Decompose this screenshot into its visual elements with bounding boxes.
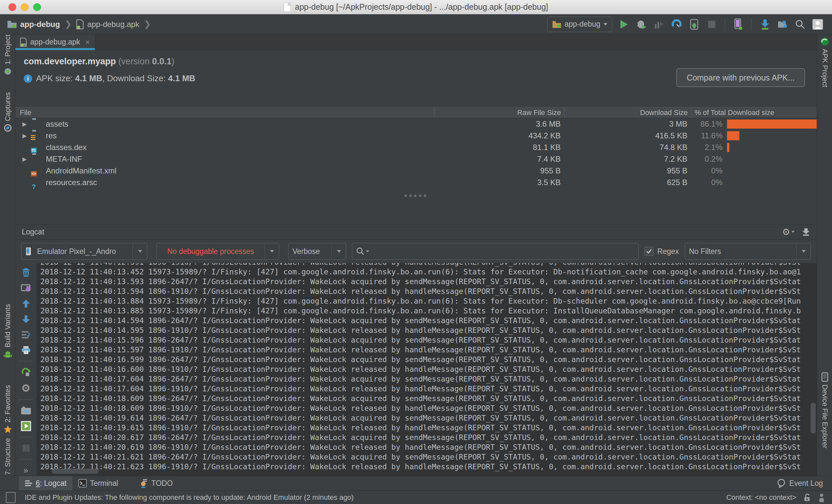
hide-panel-icon[interactable] [802, 228, 810, 236]
event-log-button[interactable]: Event Log [777, 479, 832, 488]
file-name: classes.dex [46, 143, 86, 152]
device-dropdown[interactable]: Emulator Pixel_-_Andro [21, 243, 147, 260]
scroll-to-end-button[interactable] [20, 282, 32, 293]
filters-dropdown[interactable]: No Filters [685, 243, 811, 260]
sidebar-item-favorites[interactable]: 2: Favorites [0, 385, 15, 433]
download-size: 416.5 KB [565, 131, 691, 140]
column-header-percent-total[interactable]: % of Total Download size [691, 108, 817, 118]
process-dropdown[interactable]: No debuggable processes [156, 243, 279, 260]
logcat-settings-button[interactable]: ⚙ [782, 227, 795, 237]
logcat-tab-label: : Logcat [40, 479, 67, 487]
device-file-explorer-button[interactable] [777, 19, 788, 30]
expand-arrow-icon[interactable]: ▶ [22, 156, 30, 163]
logcat-search-input[interactable] [352, 243, 639, 260]
logcat-output[interactable]: 2018-12-12 11:40:12.591 1896-1910/? I/Gn… [37, 263, 817, 476]
close-icon[interactable]: × [85, 38, 90, 47]
print-button[interactable] [20, 345, 32, 356]
toolbar-separator [20, 459, 32, 459]
fullscreen-window-button[interactable] [33, 3, 41, 11]
scroll-up-button[interactable] [20, 298, 32, 309]
sidebar-item-apk-project[interactable]: APK Project [817, 37, 832, 87]
more-actions-chevrons[interactable]: » [20, 465, 32, 476]
log-line: 2018-12-12 11:40:13.884 15973-15989/? I/… [40, 296, 817, 306]
main-toolbar: app-debug [547, 17, 832, 32]
compare-with-previous-apk-button[interactable]: Compare with previous APK... [676, 68, 805, 87]
debug-button[interactable] [636, 19, 647, 30]
regex-toggle[interactable]: Regex [645, 247, 679, 256]
expand-arrow-icon[interactable]: ▶ [22, 121, 30, 128]
log-level-dropdown[interactable]: Verbose [288, 243, 346, 260]
sidebar-item-build-variants[interactable]: Build Variants [0, 304, 15, 359]
soft-wrap-button[interactable] [20, 329, 32, 340]
table-row[interactable]: ▶ <> AndroidManifest.xml 955 B 955 B 0% [15, 165, 817, 177]
version-suffix: ) [172, 56, 175, 66]
clear-logcat-button[interactable] [20, 267, 32, 278]
breadcrumb-file[interactable]: app-debug.apk [87, 20, 139, 29]
sidebar-item-device-file-explorer[interactable]: Device File Explorer [817, 372, 832, 448]
editor-area: app-debug.apk × com.developer.myapp (ver… [15, 34, 817, 476]
avd-manager-button[interactable] [732, 19, 744, 30]
close-window-button[interactable] [8, 3, 16, 11]
apply-changes-device-icon[interactable] [688, 19, 700, 30]
download-size: 955 B [565, 166, 691, 175]
logcat-header-settings-button[interactable]: ⚙ [20, 382, 32, 394]
sidebar-item-captures[interactable]: Captures [0, 92, 15, 132]
expand-arrow-icon[interactable]: ▶ [22, 133, 30, 139]
sdk-manager-button[interactable] [759, 19, 771, 30]
tab-logcat[interactable]: 6: Logcat [19, 476, 73, 491]
chevron-down-icon [138, 250, 142, 253]
run-button[interactable] [618, 19, 630, 30]
hector-notification-icon[interactable] [818, 493, 826, 502]
screen-record-button[interactable] [20, 421, 32, 431]
screenshot-button[interactable] [20, 405, 32, 416]
column-header-file[interactable]: File [15, 108, 435, 118]
column-header-raw-file-size[interactable]: Raw File Size [435, 108, 565, 118]
profile-button-disabled[interactable] [653, 19, 665, 30]
apk-file-icon [20, 38, 27, 47]
run-configuration-dropdown[interactable]: app-debug [547, 17, 612, 32]
todo-icon [140, 479, 148, 488]
table-row[interactable]: ▶ ? resources.arsc 3.5 KB 625 B 0% [15, 177, 817, 188]
status-message[interactable]: IDE and Plugin Updates: The following co… [25, 493, 354, 502]
terminal-icon [78, 479, 87, 487]
file-type-icon [32, 131, 42, 140]
regex-checkbox[interactable] [645, 247, 654, 256]
package-title: com.developer.myapp (version 0.0.1) [24, 56, 175, 66]
table-row[interactable]: ▶ assets 3.6 MB 3 MB 86.1% [15, 118, 817, 130]
logcat-tab-mnemonic: 6 [36, 479, 40, 487]
tab-terminal[interactable]: Terminal [73, 476, 124, 491]
table-row[interactable]: ▶ res 434.2 KB 416.5 KB 11.6% [15, 130, 817, 142]
left-tool-stripe: 1: Project Captures Build Variants 2: Fa… [0, 34, 15, 476]
table-row[interactable]: ▶ META-INF 7.4 KB 7.2 KB 0.2% [15, 153, 817, 165]
vertical-scrollbar-thumb[interactable] [810, 403, 816, 433]
horizontal-scrollbar-thumb[interactable] [52, 469, 99, 474]
column-header-download-size[interactable]: Download Size [565, 108, 691, 118]
scroll-down-button[interactable] [20, 314, 32, 325]
user-avatar[interactable] [812, 19, 824, 30]
breadcrumb-project[interactable]: app-debug [20, 20, 60, 29]
apk-file-icon [76, 20, 84, 29]
search-history-chevron-icon[interactable] [366, 250, 369, 252]
log-line: 2018-12-12 11:40:13.452 15973-15989/? I/… [40, 267, 817, 277]
run-config-label: app-debug [565, 20, 600, 29]
gear-icon: ⚙ [782, 227, 790, 237]
minimize-window-button[interactable] [21, 3, 29, 11]
search-everywhere-button[interactable] [794, 19, 806, 30]
splitter-handle[interactable]: ●●●●● [404, 192, 428, 199]
unlocked-padlock-icon[interactable] [803, 493, 810, 502]
table-row[interactable]: ▶ 01 classes.dex 81.1 KB 74.8 KB 2.1% [15, 142, 817, 153]
right-tool-stripe: APK Project Device File Explorer [817, 34, 832, 476]
toolwindow-switcher-icon[interactable] [6, 492, 16, 503]
profiler-button[interactable] [671, 19, 682, 30]
log-line: 2018-12-12 11:40:19.615 1896-1910/? I/Gn… [40, 423, 817, 432]
log-line: 2018-12-12 11:40:17.604 1896-2647/? I/Gn… [40, 374, 817, 384]
stop-button-disabled[interactable] [706, 19, 718, 30]
log-line: 2018-12-12 11:40:18.609 1896-1910/? I/Gn… [40, 403, 817, 413]
navigation-bar: app-debug ❯ app-debug.apk ❯ app-debug [0, 14, 832, 34]
tab-todo[interactable]: TODO [134, 476, 179, 491]
tab-app-debug-apk[interactable]: app-debug.apk × [15, 34, 95, 50]
sidebar-item-project[interactable]: 1: Project [0, 34, 15, 76]
chevron-down-icon [270, 250, 274, 253]
restart-logcat-button[interactable] [20, 367, 32, 378]
stop-button-disabled[interactable] [20, 443, 32, 454]
